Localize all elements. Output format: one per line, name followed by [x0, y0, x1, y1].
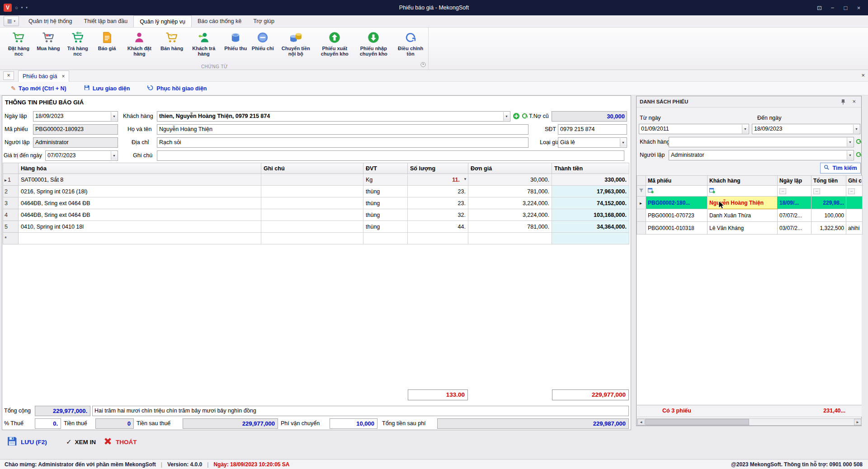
- cell-ngay-lap[interactable]: 07/07/2...: [778, 209, 811, 222]
- save-layout-link[interactable]: Lưu giao diện: [84, 84, 130, 92]
- chevron-down-icon[interactable]: ▼: [847, 151, 853, 159]
- filter-edit-icon[interactable]: [637, 186, 646, 197]
- col-header-ghi-chu[interactable]: Ghi c: [846, 176, 863, 186]
- panel-close-icon[interactable]: ×: [852, 98, 856, 105]
- item-row-5[interactable]: 5 0410, Spring int 0410 18l thùng 44. 78…: [3, 221, 629, 233]
- phi-van-chuyen-field[interactable]: 10,000: [330, 418, 377, 429]
- cell-ghi-chu[interactable]: [846, 209, 863, 222]
- fullscreen-icon[interactable]: ⊡: [813, 5, 826, 11]
- maximize-icon[interactable]: □: [839, 5, 852, 11]
- cell-hang-hoa[interactable]: 0216, Spring int 0216 (18l): [19, 186, 261, 197]
- thue-pct-field[interactable]: 0.: [35, 418, 61, 429]
- ma-phieu-field[interactable]: PBG00002-180923: [33, 124, 118, 135]
- col-header-hang-hoa[interactable]: Hàng hóa: [19, 163, 261, 174]
- chevron-down-icon[interactable]: ▼: [503, 112, 509, 121]
- cell-hang-hoa[interactable]: SAT00001, Sắt 8: [19, 174, 261, 186]
- ribbon-button-mua-hang[interactable]: Mua hàng: [35, 29, 62, 52]
- cell-thanh-tien[interactable]: 330,000.: [552, 174, 629, 186]
- right-panel-close-icon[interactable]: ×: [861, 72, 865, 79]
- item-row-1[interactable]: ▸1 SAT00001, Sắt 8 Kg 11.▼ 30,000. 330,0…: [3, 174, 629, 186]
- ribbon-button-phieu-xuat-chuyen-kho[interactable]: Phiếu xuất chuyển kho: [315, 29, 354, 57]
- khach-hang-filter-combo[interactable]: ▼: [669, 137, 854, 147]
- tu-ngay-combo[interactable]: 01/09/2011▼: [639, 124, 749, 134]
- cell-ghi-chu[interactable]: [261, 209, 363, 221]
- chevron-down-icon[interactable]: ▼: [463, 177, 467, 181]
- cell-so-luong[interactable]: [408, 233, 468, 244]
- ribbon-button-ban-hang[interactable]: Bán hàng: [158, 29, 185, 52]
- cell-ghi-chu[interactable]: [261, 186, 363, 197]
- dia-chi-field[interactable]: Rạch sỏi: [157, 137, 528, 148]
- ribbon-tab-quan-tri-he-thong[interactable]: Quản trị hệ thống: [23, 15, 78, 27]
- refresh-icon[interactable]: [521, 113, 528, 121]
- col-header-tong-tien[interactable]: Tổng tiền: [811, 176, 846, 186]
- cell-ghi-chu[interactable]: [261, 197, 363, 209]
- filter-cell-tong-tien[interactable]: –: [811, 186, 846, 197]
- cell-so-luong[interactable]: 23.: [408, 186, 468, 197]
- cell-dvt[interactable]: thùng: [363, 186, 408, 197]
- cell-thanh-tien[interactable]: [552, 233, 629, 244]
- cell-hang-hoa[interactable]: 0410, Spring int 0410 18l: [19, 221, 261, 233]
- filter-cell-khach-hang[interactable]: [708, 186, 778, 197]
- ribbon-button-chuyen-tien-noi-bo[interactable]: Chuyển tiền nội bộ: [276, 29, 315, 57]
- save-button[interactable]: LƯU (F2): [6, 435, 47, 449]
- cell-dvt[interactable]: Kg: [363, 174, 408, 186]
- quick-access-circle-icon[interactable]: ○: [15, 5, 18, 10]
- col-header-ngay-lap[interactable]: Ngày lập: [778, 176, 811, 186]
- cell-ghi-chu[interactable]: [261, 174, 363, 186]
- cell-ma-phieu[interactable]: PBG00001-070723: [646, 209, 708, 222]
- refresh-icon[interactable]: [855, 138, 862, 146]
- cell-thanh-tien[interactable]: 34,364,000.: [552, 221, 629, 233]
- cell-dvt[interactable]: [363, 233, 408, 244]
- print-preview-button[interactable]: ✓ XEM IN: [66, 435, 96, 449]
- chevron-down-icon[interactable]: ▼: [111, 151, 117, 160]
- cell-tong-tien[interactable]: 1,322,500: [811, 222, 846, 234]
- quick-access-arrow-icon[interactable]: ▾: [21, 6, 23, 9]
- cell-dvt[interactable]: thùng: [363, 221, 408, 233]
- list-row-3[interactable]: PBG00001-010318 Lê Văn Kháng 03/07/2... …: [637, 222, 863, 234]
- cell-khach-hang[interactable]: Danh Xuân Thừa: [708, 209, 778, 222]
- sdt-field[interactable]: 0979 215 874: [558, 124, 627, 135]
- cell-ghi-chu[interactable]: [846, 197, 863, 209]
- cell-don-gia[interactable]: 781,000.: [468, 221, 552, 233]
- chevron-down-icon[interactable]: ▼: [620, 138, 626, 147]
- ribbon-tab-bao-cao-thong-ke[interactable]: Báo cáo thống kê: [192, 15, 247, 27]
- col-header-so-luong[interactable]: Số lượng: [408, 163, 468, 174]
- create-new-link[interactable]: ✎ Tạo mới (Ctrl + N): [11, 85, 66, 92]
- filter-cell-ngay-lap[interactable]: –: [778, 186, 811, 197]
- cell-tong-tien[interactable]: 229,98...: [811, 197, 846, 209]
- ribbon-tab-quan-ly-nghiep-vu[interactable]: Quản lý nghiệp vụ: [133, 15, 192, 27]
- ribbon-button-tra-hang-ncc[interactable]: Trả hàng ncc: [62, 29, 94, 57]
- cell-ngay-lap[interactable]: 03/07/2...: [778, 222, 811, 234]
- ribbon-button-khach-dat-hang[interactable]: Khách đặt hàng: [121, 29, 158, 57]
- application-menu-button[interactable]: ▥ ▾: [4, 16, 19, 26]
- item-row-4[interactable]: 4 0464ĐB, Sring ext 0464 ĐB thùng 32. 3,…: [3, 209, 629, 221]
- search-button[interactable]: Tìm kiếm: [820, 163, 861, 174]
- cell-don-gia[interactable]: 30,000.: [468, 174, 552, 186]
- chevron-down-icon[interactable]: ▼: [853, 125, 859, 133]
- cell-dvt[interactable]: thùng: [363, 209, 408, 221]
- chevron-down-icon[interactable]: ▼: [742, 125, 748, 133]
- cell-so-luong[interactable]: 23.: [408, 197, 468, 209]
- ribbon-button-dieu-chinh-ton[interactable]: Điều chỉnh tồn: [393, 29, 428, 57]
- ghi-chu-field[interactable]: [157, 150, 624, 161]
- cell-tong-tien[interactable]: 100,000: [811, 209, 846, 222]
- col-header-thanh-tien[interactable]: Thành tiền: [552, 163, 629, 174]
- restore-layout-link[interactable]: Phục hồi giao diện: [147, 84, 207, 93]
- chevron-down-icon[interactable]: ▼: [847, 138, 853, 146]
- cell-ma-phieu[interactable]: PBG00001-010318: [646, 222, 708, 234]
- filter-cell-ghi-chu[interactable]: –: [846, 186, 863, 197]
- ribbon-button-dat-hang-ncc[interactable]: Đặt hàng ncc: [3, 29, 35, 57]
- cell-don-gia[interactable]: [468, 233, 552, 244]
- scrollbar-thumb[interactable]: [645, 419, 749, 425]
- exit-button[interactable]: THOÁT: [103, 435, 137, 449]
- close-document-icon[interactable]: ×: [3, 71, 14, 80]
- cell-so-luong[interactable]: 32.: [408, 209, 468, 221]
- cell-thanh-tien[interactable]: 103,168,000.: [552, 209, 629, 221]
- add-customer-icon[interactable]: [513, 113, 520, 121]
- cell-ghi-chu[interactable]: [261, 233, 363, 244]
- titlebar-customize-icon[interactable]: ▾: [26, 6, 28, 9]
- cell-hang-hoa[interactable]: 0464ĐB, Sring ext 0464 ĐB: [19, 209, 261, 221]
- ribbon-button-phieu-chi[interactable]: Phiếu chi: [249, 29, 276, 52]
- chevron-down-icon[interactable]: ▼: [111, 112, 117, 121]
- ribbon-tab-tro-giup[interactable]: Trợ giúp: [247, 15, 280, 27]
